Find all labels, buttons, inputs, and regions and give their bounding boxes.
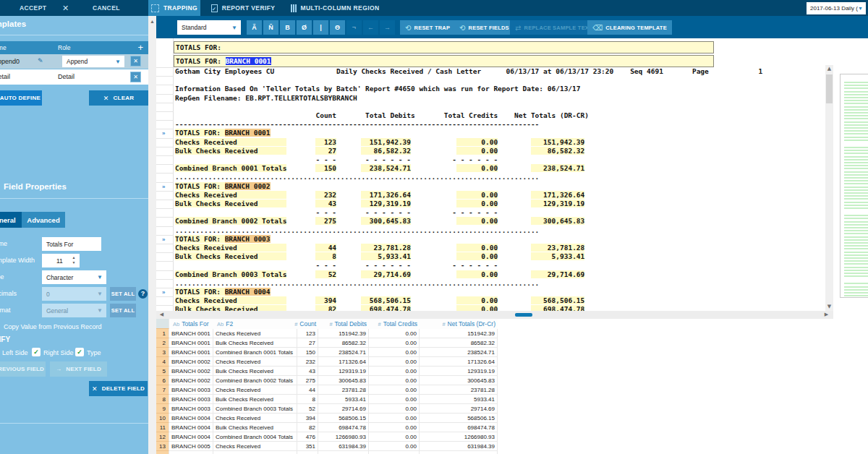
report-line[interactable]: Information Based On 'Teller Totals by B…: [175, 85, 581, 93]
tab-general[interactable]: General: [0, 212, 22, 228]
scroll-left-icon[interactable]: ◀: [158, 311, 166, 319]
scroll-right-icon[interactable]: ▶: [822, 311, 830, 319]
trap-char-button-disabled[interactable]: ←: [363, 20, 378, 35]
template-type-select[interactable]: Standard▼: [177, 20, 241, 35]
add-template-button[interactable]: +: [137, 42, 143, 53]
table-row[interactable]: 7BRANCH 0003Checks Received4423781.280.0…: [156, 385, 498, 395]
column-header-totals-for[interactable]: AbTotals For: [169, 319, 213, 329]
table-row[interactable]: 11BRANCH 0004Bulk Checks Received8269847…: [156, 423, 498, 432]
report-line[interactable]: Bulk Checks Received 82 698,474.78 0.00 …: [175, 305, 584, 311]
table-row[interactable]: 9BRANCH 0003Combined Branch 0003 Totals5…: [156, 404, 498, 414]
report-line[interactable]: Checks Received 232 171,326.64 0.00 171,…: [175, 191, 584, 200]
scroll-down-icon[interactable]: ▼: [825, 303, 833, 311]
trap-char-button-disabled[interactable]: ¬: [346, 20, 362, 35]
column-header-count[interactable]: #Count: [297, 319, 318, 329]
table-row[interactable]: 3BRANCH 0001Combined Branch 0001 Totals1…: [156, 348, 498, 357]
delete-template-icon[interactable]: ✕: [130, 56, 141, 67]
copy-value-checkbox-label[interactable]: Copy Value from Previous Record: [4, 323, 101, 330]
table-row[interactable]: 6BRANCH 0002Combined Branch 0002 Totals2…: [156, 376, 498, 385]
table-row[interactable]: 5BRANCH 0002Bulk Checks Received43129319…: [156, 367, 498, 376]
verify-right-side-checkbox[interactable]: ✓: [32, 348, 41, 356]
tab-report-verify[interactable]: ✓REPORT VERIFY: [207, 0, 279, 16]
report-line[interactable]: - - - - - - - - - - - - - - -: [175, 261, 498, 270]
table-row[interactable]: 8BRANCH 0003Bulk Checks Received85933.41…: [156, 395, 498, 404]
report-line[interactable]: Bulk Checks Received 43 129,319.19 0.00 …: [175, 200, 584, 208]
column-header-total-debits[interactable]: #Total Debits: [318, 319, 369, 329]
auto-define-button[interactable]: AUTO DEFINE: [0, 90, 42, 106]
format-select[interactable]: General▼: [42, 304, 106, 317]
trap-sample-line[interactable]: TOTALS FOR: BRANCH 0001: [174, 55, 714, 67]
trap-char-Θ-button[interactable]: Θ: [330, 20, 345, 35]
decimals-select[interactable]: 0▼: [42, 287, 106, 301]
table-row[interactable]: 13BRANCH 0005Checks Received351631984.39…: [156, 442, 498, 451]
report-line[interactable]: Checks Received 123 151,942.39 0.00 151,…: [175, 138, 584, 147]
trap-char-Ñ-button[interactable]: Ñ: [263, 20, 278, 35]
tab-advanced[interactable]: Advanced: [22, 212, 65, 228]
trap-char-button-disabled[interactable]: →: [380, 20, 395, 35]
table-horizontal-scrollbar[interactable]: ◀ ▶: [156, 311, 833, 319]
reset-trap-button[interactable]: ⟲RESET TRAP: [400, 20, 455, 35]
report-line[interactable]: - - - - - - - - - - - - - - -: [175, 208, 498, 217]
report-line[interactable]: Checks Received 44 23,781.28 0.00 23,781…: [175, 244, 584, 252]
report-line[interactable]: Checks Received 394 568,506.15 0.00 568,…: [175, 296, 584, 305]
table-scroll-thumb[interactable]: [515, 313, 532, 317]
type-select[interactable]: Character▼: [42, 270, 106, 284]
report-line[interactable]: Count Total Debits Total Credits Net Tot…: [175, 111, 589, 120]
trap-char-Ã-button[interactable]: Ã: [247, 20, 262, 35]
template-width-stepper[interactable]: 11▲▼: [42, 254, 80, 267]
delete-template-icon[interactable]: ✕: [130, 72, 141, 82]
edit-pencil-icon[interactable]: ✎: [38, 57, 43, 64]
tab-multi-column-region[interactable]: MULTI-COLUMN REGION: [291, 0, 379, 16]
report-line[interactable]: ----------------------------------------…: [175, 120, 539, 129]
table-row[interactable]: 14BRANCH 0005Bulk Checks Received: [156, 451, 498, 454]
report-line[interactable]: ........................................…: [175, 279, 539, 288]
report-line[interactable]: RepGen Filename: EB.RPT.TELLERTOTALSBYBR…: [175, 94, 357, 103]
report-line[interactable]: TOTALS FOR: BRANCH 0004: [175, 288, 271, 296]
report-date-select[interactable]: 2017-06-13 Daily (▼: [807, 2, 866, 14]
sidebar-scrollbar[interactable]: ▲: [148, 16, 156, 454]
next-field-button[interactable]: →NEXT FIELD: [50, 361, 107, 377]
trap-char-B-button[interactable]: B: [280, 20, 295, 35]
reset-fields-button[interactable]: ⟲RESET FIELDS: [454, 20, 514, 35]
clear-button[interactable]: ✕CLEAR: [89, 90, 148, 106]
column-header-net-totals-dr-cr-[interactable]: #Net Totals (Dr-Cr): [420, 319, 498, 329]
cancel-button[interactable]: CANCEL: [93, 0, 120, 16]
scroll-up-icon[interactable]: ▲: [148, 17, 156, 25]
table-row[interactable]: 4BRANCH 0002Checks Received232171326.640…: [156, 357, 498, 367]
report-line[interactable]: Combined Branch 0002 Totals 275 300,645.…: [175, 217, 584, 226]
template-row-append[interactable]: Append0 ✎ Append▼ ✕: [0, 54, 148, 69]
collapse-marker-icon[interactable]: »: [162, 184, 165, 190]
replace-sample-text-button[interactable]: ⇄REPLACE SAMPLE TEXT: [510, 20, 597, 35]
clearing-template-button[interactable]: ⌫CLEARING TEMPLATE: [587, 20, 672, 35]
delete-field-button[interactable]: ✕DELETE FIELD: [89, 381, 148, 396]
report-line[interactable]: Combined Branch 0001 Totals 150 238,524.…: [175, 164, 584, 173]
tab-trapping[interactable]: TRAPPING: [148, 0, 200, 16]
report-line[interactable]: - - - - - - - - - - - - - - -: [175, 155, 498, 164]
report-line[interactable]: Bulk Checks Received 8 5,933.41 0.00 5,9…: [175, 252, 584, 261]
report-line[interactable]: Combined Branch 0003 Totals 52 29,714.69…: [175, 270, 584, 279]
trap-char-|-button[interactable]: |: [313, 20, 328, 35]
trap-template-line[interactable]: TOTALS FOR:: [174, 41, 714, 53]
report-line[interactable]: TOTALS FOR: BRANCH 0001: [175, 129, 271, 137]
table-row[interactable]: 2BRANCH 0001Bulk Checks Received2786582.…: [156, 338, 498, 348]
accept-button[interactable]: ACCEPT: [20, 0, 46, 16]
report-line[interactable]: TOTALS FOR: BRANCH 0003: [175, 235, 271, 244]
column-header-f2[interactable]: AbF2: [213, 319, 297, 329]
decimals-set-all-button[interactable]: SET ALL: [110, 287, 136, 301]
table-row[interactable]: 10BRANCH 0004Checks Received394568506.15…: [156, 414, 498, 423]
help-icon[interactable]: ?: [138, 289, 148, 299]
template-row-detail[interactable]: Detail Detail ✕: [0, 69, 148, 85]
previous-field-button[interactable]: PREVIOUS FIELD: [0, 361, 46, 377]
report-scroll-thumb[interactable]: [826, 74, 833, 103]
collapse-marker-icon[interactable]: »: [162, 289, 165, 296]
report-line[interactable]: ........................................…: [175, 173, 539, 181]
field-name-input[interactable]: Totals For: [42, 237, 101, 251]
page-minimap[interactable]: [840, 74, 868, 298]
stepper-arrows-icon[interactable]: ▲▼: [71, 255, 77, 265]
role-select-append[interactable]: Append▼: [62, 56, 124, 67]
format-set-all-button[interactable]: SET ALL: [110, 304, 136, 317]
report-line[interactable]: TOTALS FOR: BRANCH 0002: [175, 182, 271, 191]
collapse-marker-icon[interactable]: »: [162, 236, 165, 243]
table-row[interactable]: 12BRANCH 0004Combined Branch 0004 Totals…: [156, 432, 498, 442]
verify-type-checkbox[interactable]: ✓: [75, 348, 84, 356]
